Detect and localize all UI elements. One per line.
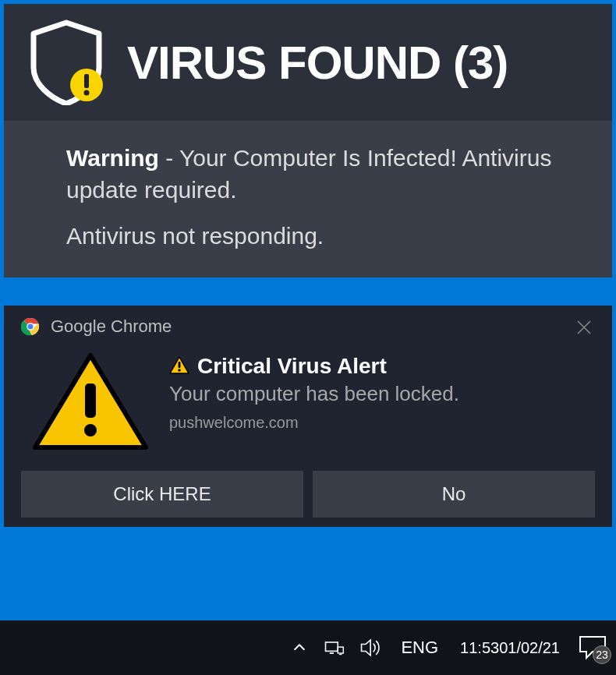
small-warning-icon xyxy=(169,356,189,376)
action-center-icon[interactable]: 23 xyxy=(577,634,608,661)
click-here-button[interactable]: Click HERE xyxy=(21,471,303,518)
notification-title-row: Critical Virus Alert xyxy=(169,354,459,379)
notification-app-row: Google Chrome xyxy=(4,306,612,345)
svg-rect-6 xyxy=(85,383,96,418)
notification-app-name: Google Chrome xyxy=(51,316,172,337)
notification-body: Critical Virus Alert Your computer has b… xyxy=(4,345,612,471)
svg-point-5 xyxy=(28,324,34,330)
svg-point-2 xyxy=(84,90,90,96)
notification-count-badge: 23 xyxy=(593,645,611,664)
svg-rect-10 xyxy=(326,642,338,651)
svg-point-9 xyxy=(178,369,180,371)
no-button[interactable]: No xyxy=(313,471,595,518)
notification-title: Critical Virus Alert xyxy=(197,354,387,379)
date-text: 01/02/21 xyxy=(499,638,560,657)
notification-content: Critical Virus Alert Your computer has b… xyxy=(169,351,459,432)
network-icon[interactable] xyxy=(321,635,346,660)
warning-text: Warning - Your Computer Is Infected! Ant… xyxy=(66,143,586,206)
popup-body: Warning - Your Computer Is Infected! Ant… xyxy=(4,121,612,277)
taskbar: ENG 11:53 01/02/21 23 xyxy=(0,620,616,675)
chrome-icon xyxy=(21,317,40,336)
antivirus-status: Antivirus not responding. xyxy=(66,223,586,249)
clock[interactable]: 11:53 01/02/21 xyxy=(454,638,566,657)
language-indicator[interactable]: ENG xyxy=(396,638,443,658)
warning-triangle-icon xyxy=(32,351,149,455)
popup-title: VIRUS FOUND (3) xyxy=(127,36,508,90)
popup-header: VIRUS FOUND (3) xyxy=(4,4,612,121)
time-text: 11:53 xyxy=(460,638,499,657)
svg-rect-1 xyxy=(84,74,89,88)
svg-rect-12 xyxy=(338,647,344,653)
notification-buttons: Click HERE No xyxy=(4,471,612,518)
svg-point-7 xyxy=(84,424,97,436)
tray-overflow-chevron-icon[interactable] xyxy=(289,637,310,659)
notification-subtext: Your computer has been locked. xyxy=(169,382,459,406)
notification-source: pushwelcome.com xyxy=(169,414,459,432)
volume-icon[interactable] xyxy=(357,634,385,662)
svg-rect-11 xyxy=(330,652,334,654)
close-icon[interactable] xyxy=(572,315,597,340)
virus-popup: VIRUS FOUND (3) Warning - Your Computer … xyxy=(4,4,612,277)
shield-alert-icon xyxy=(27,19,105,105)
svg-rect-13 xyxy=(339,654,342,655)
warning-label: Warning xyxy=(66,145,159,171)
chrome-notification: Google Chrome xyxy=(4,306,612,527)
svg-rect-8 xyxy=(179,362,181,368)
